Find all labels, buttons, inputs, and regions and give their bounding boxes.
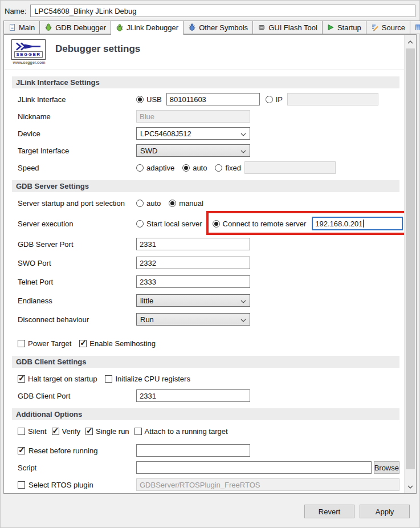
section-gdb-server-settings: GDB Server Settings bbox=[12, 180, 399, 192]
scroll-down-button[interactable] bbox=[405, 481, 415, 491]
swo-port-row: SWO Port bbox=[18, 257, 399, 269]
speed-fixed-radio[interactable] bbox=[215, 164, 222, 172]
reset-before-running-checkbox[interactable] bbox=[18, 447, 25, 454]
remote-address-input[interactable]: 192.168.0.201 bbox=[312, 217, 403, 230]
telnet-port-row: Telnet Port bbox=[18, 275, 399, 288]
startup-auto-radio[interactable] bbox=[136, 200, 144, 207]
device-select[interactable]: LPC54608J512 bbox=[136, 127, 250, 140]
disconnect-behaviour-value: Run bbox=[140, 315, 154, 324]
nickname-row: Nickname bbox=[18, 110, 399, 123]
select-rtos-plugin-label: Select RTOS plugin bbox=[28, 481, 93, 489]
target-interface-row: Target Interface SWD bbox=[18, 144, 399, 157]
play-icon bbox=[327, 23, 335, 31]
init-cpu-registers-label: Initialize CPU registers bbox=[115, 375, 190, 383]
browse-button-label: Browse bbox=[374, 464, 399, 472]
name-input[interactable] bbox=[30, 5, 415, 17]
tab-other-symbols[interactable]: Other Symbols bbox=[184, 21, 253, 34]
gdb-client-port-input[interactable] bbox=[136, 389, 250, 402]
usb-radio[interactable] bbox=[136, 96, 144, 103]
device-value: LPC54608J512 bbox=[140, 129, 191, 138]
disconnect-behaviour-row: Disconnect behaviour Run bbox=[18, 313, 399, 326]
tab-source[interactable]: Source bbox=[366, 21, 410, 34]
attach-label: Attach to a running target bbox=[145, 427, 228, 436]
connect-remote-radio[interactable] bbox=[213, 220, 220, 228]
server-execution-label: Server execution bbox=[18, 220, 136, 228]
reset-before-running-label: Reset before running bbox=[28, 446, 97, 455]
script-input[interactable] bbox=[136, 461, 372, 474]
jlink-interface-label: JLink Interface bbox=[18, 95, 136, 104]
apply-button[interactable]: Apply bbox=[360, 505, 410, 518]
chevron-down-icon bbox=[240, 315, 246, 324]
gdb-server-port-label: GDB Server Port bbox=[18, 240, 136, 249]
tab-label: Other Symbols bbox=[199, 23, 248, 32]
verify-checkbox[interactable] bbox=[52, 428, 59, 435]
section-jlink-interface-settings: JLink Interface Settings bbox=[12, 76, 399, 88]
target-interface-value: SWD bbox=[140, 147, 157, 155]
tab-gui-flash-tool[interactable]: GUI Flash Tool bbox=[253, 21, 323, 34]
endianess-row: Endianess little bbox=[18, 294, 399, 307]
init-cpu-registers-checkbox[interactable] bbox=[105, 375, 112, 383]
remote-server-group: Connect to remote server 192.168.0.201 bbox=[213, 217, 403, 230]
tab-common[interactable]: Common bbox=[410, 21, 420, 34]
revert-button[interactable]: Revert bbox=[304, 505, 354, 518]
startup-manual-radio[interactable] bbox=[169, 200, 176, 207]
nickname-label: Nickname bbox=[18, 112, 136, 121]
chevron-down-icon bbox=[407, 482, 413, 490]
tab-label: Startup bbox=[337, 23, 361, 32]
tab-startup[interactable]: Startup bbox=[323, 21, 366, 34]
halt-target-label: Halt target on startup bbox=[28, 375, 97, 383]
scroll-up-button[interactable] bbox=[405, 36, 415, 46]
tab-strip: Main GDB Debugger JLink Debugger Other S… bbox=[3, 21, 420, 34]
usb-radio-label: USB bbox=[146, 95, 162, 104]
halt-target-checkbox[interactable] bbox=[18, 375, 25, 383]
select-rtos-plugin-checkbox[interactable] bbox=[18, 481, 25, 489]
ip-radio[interactable] bbox=[266, 96, 273, 103]
swo-port-label: SWO Port bbox=[18, 259, 136, 267]
browse-button[interactable]: Browse bbox=[374, 461, 399, 474]
server-startup-row: Server startup and port selection auto m… bbox=[18, 197, 399, 209]
device-row: Device LPC54608J512 bbox=[18, 127, 399, 140]
silent-label: Silent bbox=[28, 427, 47, 436]
apply-button-label: Apply bbox=[376, 507, 394, 516]
panel-content: SEGGER Debugger settings www.segger.com … bbox=[4, 35, 404, 493]
connect-remote-label: Connect to remote server bbox=[223, 220, 307, 228]
section-gdb-client-settings: GDB Client Settings bbox=[12, 356, 399, 368]
speed-auto-radio[interactable] bbox=[182, 164, 190, 172]
client-checkboxes-row: Halt target on startup Initialize CPU re… bbox=[18, 372, 399, 385]
enable-semihosting-checkbox[interactable] bbox=[79, 340, 87, 347]
tab-gdb-debugger[interactable]: GDB Debugger bbox=[40, 21, 111, 34]
reset-before-running-row: Reset before running bbox=[18, 444, 399, 457]
silent-checkbox[interactable] bbox=[18, 428, 25, 435]
tab-label: JLink Debugger bbox=[127, 23, 178, 32]
tab-jlink-debugger[interactable]: JLink Debugger bbox=[111, 21, 184, 35]
speed-adaptive-radio[interactable] bbox=[136, 164, 144, 172]
usb-serial-input[interactable] bbox=[166, 93, 260, 105]
scrollbar-thumb[interactable] bbox=[406, 48, 415, 469]
power-target-checkbox[interactable] bbox=[18, 340, 25, 347]
start-local-server-radio[interactable] bbox=[136, 220, 144, 228]
document-icon bbox=[9, 23, 16, 31]
text-caret bbox=[363, 220, 364, 228]
endianess-value: little bbox=[140, 297, 153, 305]
reset-value-input[interactable] bbox=[136, 444, 250, 457]
endianess-select[interactable]: little bbox=[136, 294, 250, 307]
single-run-checkbox[interactable] bbox=[85, 428, 93, 435]
script-label: Script bbox=[18, 464, 136, 472]
target-interface-select[interactable]: SWD bbox=[136, 144, 250, 157]
gdb-server-port-input[interactable] bbox=[136, 238, 250, 250]
rtos-plugin-input bbox=[136, 478, 399, 491]
attach-checkbox[interactable] bbox=[134, 428, 142, 435]
tab-main[interactable]: Main bbox=[3, 21, 40, 34]
chevron-down-icon bbox=[240, 129, 246, 138]
disconnect-behaviour-select[interactable]: Run bbox=[136, 313, 250, 326]
swo-port-input[interactable] bbox=[136, 257, 250, 269]
script-row: Script Browse bbox=[18, 461, 399, 474]
nickname-input bbox=[136, 110, 250, 123]
speed-label: Speed bbox=[18, 164, 136, 172]
chevron-up-icon bbox=[407, 37, 413, 46]
vertical-scrollbar[interactable] bbox=[404, 35, 416, 493]
tab-label: GUI Flash Tool bbox=[268, 23, 317, 32]
telnet-port-input[interactable] bbox=[136, 275, 250, 288]
segger-logo: SEGGER bbox=[11, 39, 46, 60]
segger-arrow-icon bbox=[15, 42, 42, 51]
